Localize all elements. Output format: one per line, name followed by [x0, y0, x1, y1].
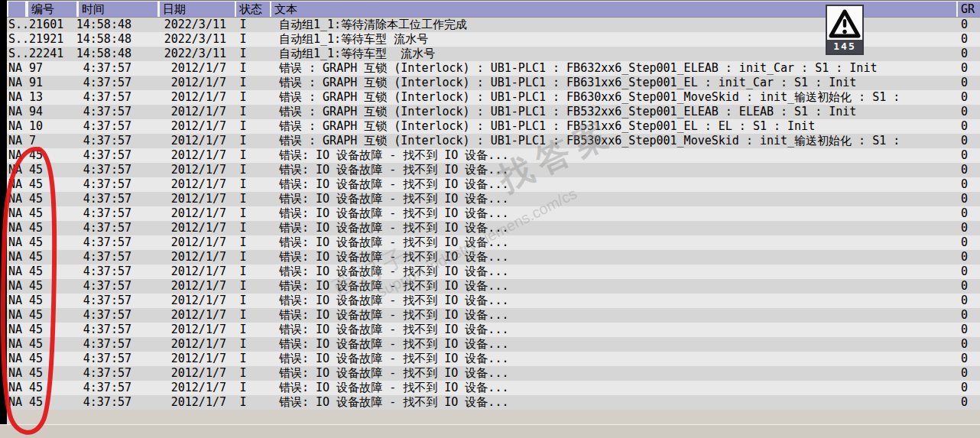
cell-date: 2012/1/7 [131, 76, 226, 90]
cell-message-text: 错误: IO 设备故障 - 找不到 IO 设备... [260, 163, 954, 177]
alarm-row[interactable]: NA 45 4:37:57 2012/1/7 I 错误: IO 设备故障 - 找… [7, 250, 980, 264]
cell-state: I [226, 323, 260, 337]
alarm-row[interactable]: NA 45 4:37:57 2012/1/7 I 错误: IO 设备故障 - 找… [7, 148, 980, 163]
cell-date: 2012/1/7 [131, 250, 226, 264]
cell-alarm-number: NA 45 [7, 235, 73, 250]
alarm-row[interactable]: NA 45 4:37:57 2012/1/7 I 错误: IO 设备故障 - 找… [7, 163, 980, 177]
cell-state: I [226, 221, 260, 235]
alarm-row[interactable]: NA 45 4:37:57 2012/1/7 I 错误: IO 设备故障 - 找… [7, 352, 980, 366]
cell-message-text: 错误: IO 设备故障 - 找不到 IO 设备... [260, 235, 954, 250]
cell-gr-value: 0 [954, 119, 980, 134]
cell-message-text: 错误 : GRAPH 互锁 (Interlock) : UB1-PLC1 : F… [260, 105, 954, 119]
cell-time: 4:37:57 [73, 192, 131, 206]
header-cell-time[interactable]: 时间 [79, 2, 157, 17]
cell-date: 2012/1/7 [131, 294, 226, 308]
cell-gr-value: 0 [954, 352, 980, 366]
cell-date: 2012/1/7 [131, 192, 226, 206]
cell-gr-value: 0 [954, 47, 980, 61]
alarm-row[interactable]: NA 45 4:37:57 2012/1/7 I 错误: IO 设备故障 - 找… [7, 279, 980, 294]
cell-time: 4:37:57 [73, 337, 131, 352]
cell-gr-value: 0 [954, 264, 980, 279]
cell-date: 2022/3/11 [131, 32, 226, 47]
alarm-row[interactable]: NA 45 4:37:57 2012/1/7 I 错误: IO 设备故障 - 找… [7, 192, 980, 206]
alarm-log-screen: 编号 时间 日期 状态 文本 GR S..21601 14:58:48 2022… [0, 0, 980, 438]
cell-state: I [226, 105, 260, 119]
cell-alarm-number: NA 45 [7, 163, 73, 177]
cell-date: 2012/1/7 [131, 177, 226, 192]
cell-date: 2012/1/7 [131, 163, 226, 177]
cell-message-text: 错误: IO 设备故障 - 找不到 IO 设备... [260, 352, 954, 366]
cell-time: 4:37:57 [73, 119, 131, 134]
cell-gr-value: 0 [954, 148, 980, 163]
cell-alarm-number: NA 45 [7, 264, 73, 279]
warning-overlay-badge[interactable]: 145 [826, 5, 864, 55]
alarm-row[interactable]: NA 45 4:37:57 2012/1/7 I 错误: IO 设备故障 - 找… [7, 308, 980, 323]
alarm-row[interactable]: NA 45 4:37:57 2012/1/7 I 错误: IO 设备故障 - 找… [7, 221, 980, 235]
cell-gr-value: 0 [954, 134, 980, 148]
cell-alarm-number: NA 45 [7, 308, 73, 323]
cell-state: I [226, 177, 260, 192]
alarm-row[interactable]: NA 10 4:37:57 2012/1/7 I 错误 : GRAPH 互锁 (… [7, 119, 980, 134]
header-cell-date[interactable]: 日期 [160, 2, 235, 17]
cell-date: 2012/1/7 [131, 148, 226, 163]
cell-time: 14:58:48 [73, 18, 131, 32]
cell-gr-value: 0 [954, 308, 980, 323]
alarm-row[interactable]: NA 45 4:37:57 2012/1/7 I 错误: IO 设备故障 - 找… [7, 177, 980, 192]
cell-message-text: 错误: IO 设备故障 - 找不到 IO 设备... [260, 177, 954, 192]
cell-gr-value: 0 [954, 250, 980, 264]
cell-date: 2012/1/7 [131, 119, 226, 134]
cell-gr-value: 0 [954, 235, 980, 250]
alarm-row[interactable]: NA 45 4:37:57 2012/1/7 I 错误: IO 设备故障 - 找… [7, 235, 980, 250]
cell-state: I [226, 134, 260, 148]
alarm-row[interactable]: NA 45 4:37:57 2012/1/7 I 错误: IO 设备故障 - 找… [7, 294, 980, 308]
cell-time: 4:37:57 [73, 381, 131, 395]
cell-time: 4:37:57 [73, 134, 131, 148]
cell-time: 4:37:57 [73, 206, 131, 221]
cell-date: 2022/3/11 [131, 18, 226, 32]
alarm-row[interactable]: NA 45 4:37:57 2012/1/7 I 错误: IO 设备故障 - 找… [7, 264, 980, 279]
cell-date: 2012/1/7 [131, 264, 226, 279]
left-black-strip [0, 0, 7, 424]
cell-alarm-number: NA 45 [7, 148, 73, 163]
cell-message-text: 错误 : GRAPH 互锁 (Interlock) : UB1-PLC1 : F… [260, 90, 954, 105]
header-cell-state[interactable]: 状态 [236, 2, 270, 17]
cell-gr-value: 0 [954, 221, 980, 235]
cell-time: 4:37:57 [73, 163, 131, 177]
cell-state: I [226, 294, 260, 308]
cell-message-text: 错误 : GRAPH 互锁 (Interlock) : UB1-PLC1 : F… [260, 119, 954, 134]
cell-alarm-number: NA 45 [7, 192, 73, 206]
alarm-row[interactable]: NA 13 4:37:57 2012/1/7 I 错误 : GRAPH 互锁 (… [7, 90, 980, 105]
cell-date: 2012/1/7 [131, 323, 226, 337]
alarm-row[interactable]: NA 45 4:37:57 2012/1/7 I 错误: IO 设备故障 - 找… [7, 395, 980, 410]
alarm-row[interactable]: NA 91 4:37:57 2012/1/7 I 错误 : GRAPH 互锁 (… [7, 76, 980, 90]
alarm-row[interactable]: NA 45 4:37:57 2012/1/7 I 错误: IO 设备故障 - 找… [7, 337, 980, 352]
alarm-row[interactable]: NA 97 4:37:57 2012/1/7 I 错误 : GRAPH 互锁 (… [7, 61, 980, 76]
cell-time: 4:37:57 [73, 323, 131, 337]
cell-time: 4:37:57 [73, 366, 131, 381]
alarm-row[interactable]: NA 45 4:37:57 2012/1/7 I 错误: IO 设备故障 - 找… [7, 366, 980, 381]
cell-time: 4:37:57 [73, 105, 131, 119]
cell-time: 4:37:57 [73, 352, 131, 366]
cell-alarm-number: NA 91 [7, 76, 73, 90]
alarm-row[interactable]: NA 45 4:37:57 2012/1/7 I 错误: IO 设备故障 - 找… [7, 323, 980, 337]
cell-date: 2012/1/7 [131, 366, 226, 381]
alarm-row[interactable]: NA 94 4:37:57 2012/1/7 I 错误 : GRAPH 互锁 (… [7, 105, 980, 119]
cell-date: 2012/1/7 [131, 235, 226, 250]
cell-gr-value: 0 [954, 337, 980, 352]
header-cell-selector[interactable] [8, 2, 25, 17]
header-cell-number[interactable]: 编号 [28, 2, 76, 17]
cell-time: 4:37:57 [73, 264, 131, 279]
cell-message-text: 错误: IO 设备故障 - 找不到 IO 设备... [260, 366, 954, 381]
cell-alarm-number: NA 45 [7, 352, 73, 366]
cell-alarm-number: NA 45 [7, 294, 73, 308]
alarm-row[interactable]: NA 45 4:37:57 2012/1/7 I 错误: IO 设备故障 - 找… [7, 381, 980, 395]
alarm-row[interactable]: NA 7 4:37:57 2012/1/7 I 错误 : GRAPH 互锁 (I… [7, 134, 980, 148]
header-cell-group[interactable]: GR [958, 2, 980, 17]
alarm-row[interactable]: NA 45 4:37:57 2012/1/7 I 错误: IO 设备故障 - 找… [7, 206, 980, 221]
cell-message-text: 错误: IO 设备故障 - 找不到 IO 设备... [260, 381, 954, 395]
cell-gr-value: 0 [954, 163, 980, 177]
cell-message-text: 错误: IO 设备故障 - 找不到 IO 设备... [260, 294, 954, 308]
cell-state: I [226, 90, 260, 105]
cell-time: 14:58:48 [73, 47, 131, 61]
cell-time: 4:37:57 [73, 76, 131, 90]
